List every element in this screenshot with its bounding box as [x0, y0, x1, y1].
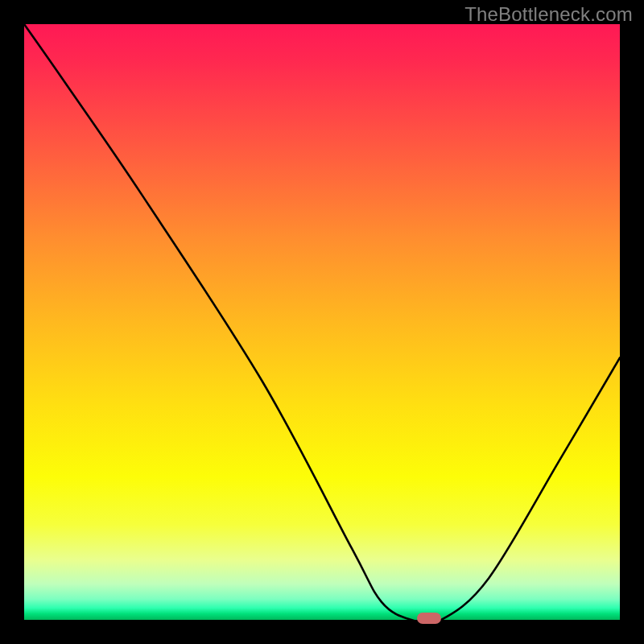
optimal-point-marker: [417, 613, 441, 624]
heat-gradient-background: [24, 24, 620, 620]
watermark-text: TheBottleneck.com: [464, 3, 633, 26]
chart-frame: TheBottleneck.com: [0, 0, 644, 644]
plot-area: [24, 24, 620, 620]
